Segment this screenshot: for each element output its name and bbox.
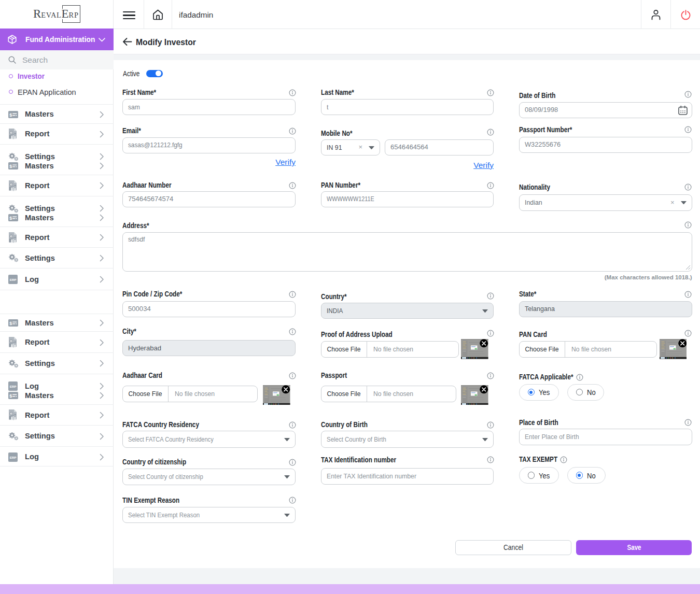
svg-text:$: $	[9, 216, 12, 221]
svg-text:$: $	[9, 393, 12, 399]
svg-text:ERP: ERP	[10, 278, 17, 281]
svg-text:$: $	[9, 321, 12, 326]
svg-text:ERP: ERP	[10, 385, 17, 388]
svg-text:$: $	[9, 112, 12, 117]
svg-text:ERP: ERP	[10, 456, 17, 459]
